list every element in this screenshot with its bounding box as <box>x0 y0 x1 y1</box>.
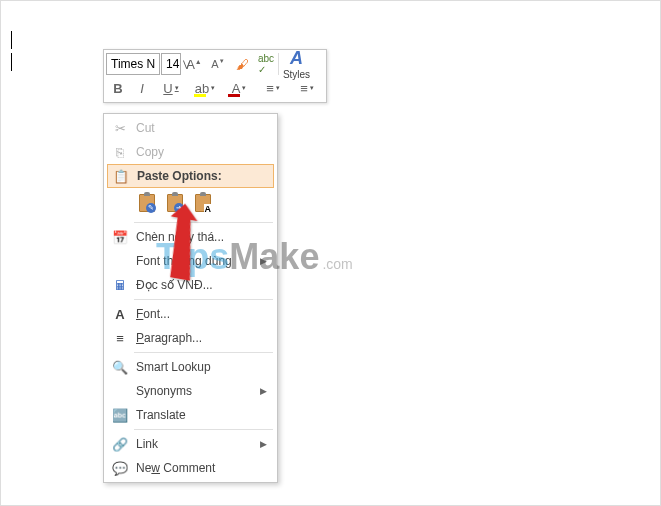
cut-icon: ✂ <box>108 118 132 138</box>
copy-icon: ⎘ <box>108 142 132 162</box>
bold-button[interactable]: B <box>106 77 130 99</box>
italic-button[interactable]: I <box>130 77 154 99</box>
menu-insert-date[interactable]: 📅 Chèn ngày thá... <box>104 225 277 249</box>
separator <box>134 429 273 430</box>
menu-copy: ⎘ Copy <box>104 140 277 164</box>
font-color-button[interactable]: A ▾ <box>222 77 256 99</box>
paste-icon: 📋 <box>109 166 133 186</box>
calendar-icon: 📅 <box>108 227 132 247</box>
styles-icon: A <box>290 48 303 69</box>
link-icon: 🔗 <box>108 434 132 454</box>
submenu-arrow-icon: ▶ <box>260 256 273 266</box>
increase-font-button[interactable]: A▲ <box>182 53 206 75</box>
highlight-button[interactable]: ab ▾ <box>188 77 222 99</box>
context-menu: ✂ Cut ⎘ Copy 📋 Paste Options: ✎ ➜ A 📅 Ch… <box>103 113 278 483</box>
paintbrush-badge-icon: ✎ <box>146 203 156 213</box>
bullets-icon: ≡ <box>266 81 274 96</box>
paste-text-only-button[interactable]: A <box>190 190 216 216</box>
menu-font[interactable]: A Font... <box>104 302 277 326</box>
decrease-font-button[interactable]: A▼ <box>206 53 230 75</box>
menu-smart-lookup[interactable]: 🔍 Smart Lookup <box>104 355 277 379</box>
menu-synonyms[interactable]: Synonyms ▶ <box>104 379 277 403</box>
paste-keep-source-button[interactable]: ✎ <box>134 190 160 216</box>
spell-check-icon: abc✓ <box>258 53 274 75</box>
menu-link[interactable]: 🔗 Link ▶ <box>104 432 277 456</box>
separator <box>134 352 273 353</box>
brush-icon: 🖌 <box>236 57 249 72</box>
text-a-icon: A <box>204 204 213 214</box>
separator <box>134 222 273 223</box>
spell-check-button[interactable]: abc✓ <box>254 53 278 75</box>
bullets-button[interactable]: ≡▾ <box>256 77 290 99</box>
menu-translate[interactable]: 🔤 Translate <box>104 403 277 427</box>
submenu-arrow-icon: ▶ <box>260 386 273 396</box>
font-size-value: 14 <box>166 57 179 71</box>
menu-paragraph[interactable]: ≡ Paragraph... <box>104 326 277 350</box>
arrow-badge-icon: ➜ <box>174 203 184 213</box>
numbering-button[interactable]: ≡▾ <box>290 77 324 99</box>
separator <box>134 299 273 300</box>
paste-merge-button[interactable]: ➜ <box>162 190 188 216</box>
underline-button[interactable]: U▾ <box>154 77 188 99</box>
submenu-arrow-icon: ▶ <box>260 439 273 449</box>
translate-icon: 🔤 <box>108 405 132 425</box>
menu-new-comment[interactable]: 💬 New Comment <box>104 456 277 480</box>
numbering-icon: ≡ <box>300 81 308 96</box>
menu-paste-options-header: 📋 Paste Options: <box>107 164 274 188</box>
comment-icon: 💬 <box>108 458 132 478</box>
styles-button[interactable]: A Styles <box>278 53 314 75</box>
menu-default-font[interactable]: Font thường dùng ▶ <box>104 249 277 273</box>
mini-toolbar: Times N ⋁ 14 ⋁ A▲ A▼ 🖌 abc✓ A Styles B I… <box>103 49 327 103</box>
decrease-font-icon: A▼ <box>211 58 224 70</box>
chevron-down-icon: ⋁ <box>159 59 160 69</box>
calculator-icon: 🖩 <box>108 275 132 295</box>
paragraph-icon: ≡ <box>108 328 132 348</box>
font-size-select[interactable]: 14 ⋁ <box>161 53 181 75</box>
paste-options-row: ✎ ➜ A <box>104 188 277 220</box>
font-icon: A <box>108 304 132 324</box>
menu-cut: ✂ Cut <box>104 116 277 140</box>
font-name-select[interactable]: Times N ⋁ <box>106 53 160 75</box>
blank-icon <box>108 381 132 401</box>
blank-icon <box>108 251 132 271</box>
format-painter-button[interactable]: 🖌 <box>230 53 254 75</box>
increase-font-icon: A▲ <box>186 57 202 72</box>
search-icon: 🔍 <box>108 357 132 377</box>
menu-read-vnd[interactable]: 🖩 Đọc số VNĐ... <box>104 273 277 297</box>
font-name-value: Times N <box>111 57 155 71</box>
